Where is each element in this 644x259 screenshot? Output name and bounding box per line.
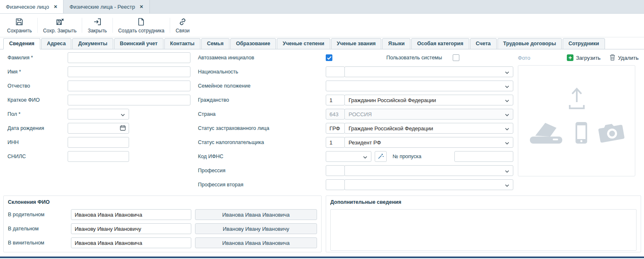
tab-voinskiy-uchet[interactable]: Воинский учет [114,38,163,49]
photo-upload-label: Загрузить [576,55,600,61]
birthdate-input[interactable] [68,123,129,134]
insured-status-code-input[interactable] [326,123,345,134]
profession-select[interactable] [344,165,513,176]
system-user-checkbox[interactable] [453,54,459,61]
marital-status-select[interactable] [326,81,513,91]
calendar-icon[interactable] [120,125,126,132]
smartphone-icon[interactable] [575,122,588,145]
patronymic-input[interactable] [68,81,190,91]
profession-code-input[interactable] [326,165,345,176]
dative-label: В дательном [8,226,71,232]
tab-svedeniya[interactable]: Сведения [3,38,40,49]
snils-input[interactable] [68,151,129,162]
bottom-scrollbar[interactable] [0,257,644,258]
close-button[interactable]: Закрыть [82,16,112,35]
create-employee-button-label: Создать сотрудника [118,28,165,34]
tab-scheta[interactable]: Счета [470,38,497,49]
inn-label: ИНН [7,139,68,145]
country-select[interactable]: РОССИЯ [344,109,513,120]
surname-label: Фамилия * [7,55,68,61]
window-tab-label: Физическое лицо [6,4,49,10]
close-tab-icon[interactable]: ✕ [54,4,57,10]
create-employee-icon [137,17,145,27]
details-column: Автозамена инициалов Пользователь систем… [198,52,513,193]
dative-input[interactable] [71,223,191,234]
tab-yazyki[interactable]: Языки [382,38,410,49]
short-fio-label: Краткое ФИО [7,97,68,103]
photo-upload-button[interactable]: + Загрузить [567,54,600,61]
genitive-suggestion-button[interactable]: Иванова Ивана Ивановича [195,209,317,220]
additional-info-textarea[interactable] [330,209,637,251]
accusative-input[interactable] [71,237,191,248]
chevron-down-icon [505,125,509,132]
tab-dokumenty[interactable]: Документы [72,38,113,49]
save-close-icon [56,17,64,27]
save-button[interactable]: Сохранить [2,16,37,35]
links-button[interactable]: Связи [170,16,195,35]
tab-kontakty[interactable]: Контакты [164,38,200,49]
window-tab-registry[interactable]: Физические лица - Реестр ✕ [63,0,149,13]
inn-input[interactable] [68,137,129,148]
window-tab-person[interactable]: Физическое лицо ✕ [0,0,63,13]
photo-dropzone[interactable] [518,65,635,176]
nationality-select[interactable] [344,66,513,77]
taxpayer-status-select[interactable]: Резидент РФ [344,137,513,148]
nationality-code-input[interactable] [326,66,345,77]
declensions-title: Склонения ФИО [8,199,317,205]
tab-uchenye-zvaniya[interactable]: Ученые звания [331,38,382,49]
chevron-down-icon [505,139,509,146]
country-code-input[interactable] [326,109,345,120]
save-close-button[interactable]: Сохр. Закрыть [38,16,82,35]
gender-select[interactable] [68,109,129,120]
declensions-panel: Склонения ФИО В родительном Иванова Иван… [3,195,322,252]
chevron-down-icon [505,97,509,103]
create-employee-button[interactable]: Создать сотрудника [113,16,170,35]
auto-initials-checkbox[interactable] [326,54,332,61]
profession2-select[interactable] [344,179,513,190]
camera-icon[interactable] [597,121,627,146]
citizenship-code-input[interactable] [326,95,345,105]
insured-status-select[interactable]: Граждане Российской Федерации [344,123,513,134]
profession2-code-input[interactable] [326,179,345,190]
ifns-code-select[interactable] [326,151,371,162]
chevron-down-icon [505,83,509,89]
surname-input[interactable] [68,52,190,63]
dative-suggestion-button[interactable]: Иванову Ивану Ивановичу [195,223,317,234]
taxpayer-status-label: Статус налогоплательщика [198,139,326,145]
pass-number-input[interactable] [454,151,513,162]
window-tab-bar: Физическое лицо ✕ Физические лица - Реес… [0,0,644,14]
save-icon [15,17,24,27]
gender-label: Пол * [7,111,68,117]
tab-adresa[interactable]: Адреса [41,38,71,49]
trash-icon [610,54,615,62]
firstname-input[interactable] [68,66,190,77]
insured-status-label: Статус застрахованного лица [198,125,326,131]
tab-osobaya-kategoriya[interactable]: Особая категория [411,38,469,49]
tab-uchenye-stepeni[interactable]: Ученые степени [277,38,330,49]
taxpayer-status-select-value: Резидент РФ [349,139,381,146]
app-window: Физическое лицо ✕ Физические лица - Реес… [0,0,644,259]
short-fio-input[interactable] [68,95,190,105]
ifns-code-label: Код ИФНС [198,154,326,159]
profession-label: Профессия [198,168,326,173]
tab-trudovye-dogovory[interactable]: Трудовые договоры [498,38,562,49]
scanner-icon[interactable] [529,120,564,147]
chevron-down-icon [505,69,509,75]
citizenship-label: Гражданство [198,97,326,103]
save-button-label: Сохранить [7,28,32,34]
photo-column: Фото + Загрузить Удалить [518,52,639,176]
accusative-suggestion-button[interactable]: Иванова Ивана Ивановича [195,237,317,248]
autofill-wand-button[interactable] [375,151,387,162]
tab-sotrudniki[interactable]: Сотрудники [563,38,605,49]
additional-info-title: Дополнительные сведения [330,199,637,205]
tab-semya[interactable]: Семья [201,38,229,49]
genitive-input[interactable] [71,209,191,220]
close-tab-icon[interactable]: ✕ [139,4,143,10]
snils-label: СНИЛС [7,154,68,159]
photo-delete-button[interactable]: Удалить [610,54,639,62]
tab-obrazovanie[interactable]: Образование [230,38,276,49]
chevron-down-icon [363,154,367,160]
citizenship-select[interactable]: Гражданин Российской Федерации [344,95,513,105]
links-button-label: Связи [176,28,190,34]
taxpayer-status-code-input[interactable] [326,137,345,148]
